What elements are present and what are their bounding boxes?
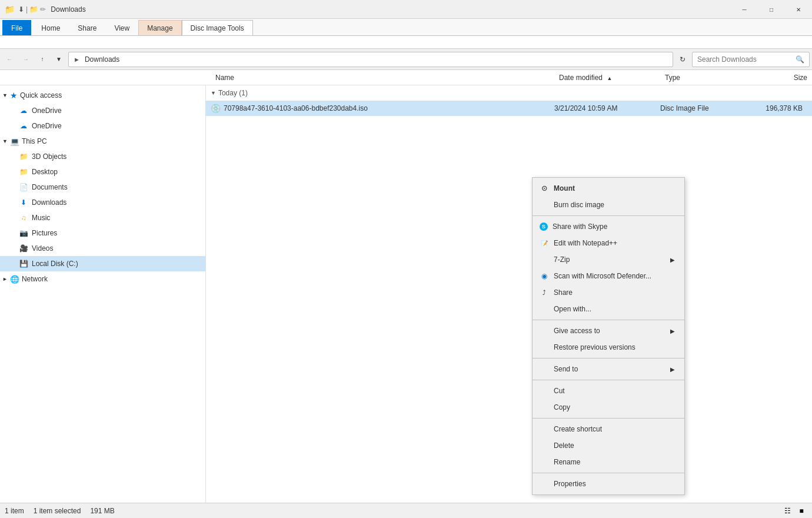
- col-header-type[interactable]: Type: [665, 74, 753, 82]
- sidebar-item-downloads[interactable]: ⬇ Downloads: [0, 195, 205, 210]
- tab-manage[interactable]: Manage: [138, 20, 181, 35]
- ctx-label-scan: Scan with Microsoft Defender...: [554, 272, 675, 280]
- chevron-down-icon-thispc: ▼: [2, 138, 8, 144]
- tab-file[interactable]: File: [2, 20, 31, 35]
- ctx-item-open-with[interactable]: Open with...: [533, 301, 684, 317]
- search-icon: 🔍: [796, 55, 804, 64]
- ctx-item-scan[interactable]: ◉ Scan with Microsoft Defender...: [533, 268, 684, 284]
- sidebar-label-music: Music: [32, 214, 201, 222]
- sidebar-label-pictures: Pictures: [32, 229, 201, 237]
- rename-icon: [540, 457, 549, 467]
- up-button[interactable]: ↑: [35, 52, 49, 67]
- ribbon-tab-bar: File Home Share View Manage Disc Image T…: [0, 19, 812, 35]
- sidebar-item-desktop[interactable]: 📁 Desktop: [0, 164, 205, 180]
- pictures-icon: 📷: [19, 228, 28, 238]
- ctx-item-send-to[interactable]: Send to ▶: [533, 361, 684, 377]
- ctx-sep-2: [533, 320, 684, 320]
- sidebar-item-onedrive1[interactable]: ☁ OneDrive: [0, 103, 205, 118]
- refresh-button[interactable]: ↻: [675, 52, 690, 67]
- ctx-label-restore: Restore previous versions: [554, 343, 675, 351]
- search-input[interactable]: [697, 55, 792, 64]
- ctx-item-delete[interactable]: Delete: [533, 437, 684, 454]
- sidebar-label-3d-objects: 3D Objects: [32, 152, 201, 161]
- file-date-iso: 3/21/2024 10:59 AM: [554, 104, 660, 112]
- sidebar-label-onedrive1: OneDrive: [32, 107, 201, 115]
- sidebar-item-local-disk[interactable]: 💾 Local Disk (C:): [0, 256, 205, 271]
- ctx-item-burn[interactable]: Burn disc image: [533, 197, 684, 213]
- disc-image-icon: 💿: [211, 104, 220, 113]
- minimize-button[interactable]: ─: [731, 0, 758, 19]
- mount-icon: ⊙: [540, 184, 549, 193]
- ctx-arrow-send-to: ▶: [670, 366, 675, 373]
- restore-icon: [540, 343, 549, 352]
- tab-home[interactable]: Home: [32, 20, 69, 35]
- file-row-iso[interactable]: 💿 70798a47-3610-4103-aa06-bdbef230dab4.i…: [206, 101, 812, 116]
- music-icon: ♫: [19, 213, 28, 223]
- window-controls: ─ □ ✕: [731, 0, 812, 19]
- ctx-label-cut: Cut: [554, 387, 675, 395]
- chevron-down-today: ▼: [211, 90, 216, 96]
- ctx-item-create-shortcut[interactable]: Create shortcut: [533, 421, 684, 437]
- notepad-icon: 📝: [540, 238, 549, 248]
- col-header-name[interactable]: Name: [211, 74, 559, 82]
- details-view-button[interactable]: ☷: [781, 505, 793, 517]
- search-box[interactable]: 🔍: [692, 52, 810, 67]
- ctx-sep-6: [533, 473, 684, 473]
- recent-locations-button[interactable]: ▼: [52, 52, 66, 67]
- ctx-label-delete: Delete: [554, 441, 675, 450]
- file-name-iso: 70798a47-3610-4103-aa06-bdbef230dab4.iso: [224, 104, 554, 112]
- sidebar-item-videos[interactable]: 🎥 Videos: [0, 241, 205, 256]
- address-path-text: ►: [74, 56, 80, 63]
- col-header-size[interactable]: Size: [753, 74, 812, 82]
- sidebar-section-quick-access[interactable]: ▼ ★ Quick access: [0, 88, 205, 103]
- status-selected: 1 item selected: [34, 507, 81, 515]
- sidebar-item-pictures[interactable]: 📷 Pictures: [0, 225, 205, 241]
- sidebar-item-music[interactable]: ♫ Music: [0, 210, 205, 225]
- col-header-date[interactable]: Date modified ▲: [559, 74, 665, 82]
- section-header-today[interactable]: ▼ Today (1): [206, 85, 812, 101]
- ctx-item-restore[interactable]: Restore previous versions: [533, 339, 684, 356]
- sidebar-label-network: Network: [22, 275, 48, 283]
- give-access-icon: [540, 326, 549, 336]
- sidebar-item-onedrive2[interactable]: ☁ OneDrive: [0, 118, 205, 134]
- tab-share[interactable]: Share: [69, 20, 105, 35]
- sidebar-label-quick-access: Quick access: [20, 91, 62, 99]
- file-type-iso: Disc Image File: [660, 104, 748, 112]
- sidebar-item-3d-objects[interactable]: 📁 3D Objects: [0, 149, 205, 164]
- folder-3d-icon: 📁: [19, 152, 28, 161]
- ctx-label-properties: Properties: [554, 480, 675, 488]
- ctx-item-mount[interactable]: ⊙ Mount: [533, 180, 684, 197]
- sidebar-item-documents[interactable]: 📄 Documents: [0, 180, 205, 195]
- ctx-label-create-shortcut: Create shortcut: [554, 425, 675, 433]
- section-today: ▼ Today (1) 💿 70798a47-3610-4103-aa06-bd…: [206, 85, 812, 116]
- burn-icon: [540, 200, 549, 210]
- cloud-icon: ☁: [19, 106, 28, 115]
- address-path[interactable]: ► Downloads: [68, 52, 673, 67]
- shortcut-icon: [540, 424, 549, 434]
- ctx-item-share[interactable]: ⤴ Share: [533, 284, 684, 301]
- sidebar-section-network[interactable]: ► 🌐 Network: [0, 271, 205, 287]
- sidebar-label-local-disk: Local Disk (C:): [32, 260, 201, 268]
- sidebar-section-this-pc[interactable]: ▼ 💻 This PC: [0, 134, 205, 149]
- tab-disc-image-tools[interactable]: Disc Image Tools: [182, 20, 253, 35]
- ctx-item-share-skype[interactable]: S Share with Skype: [533, 218, 684, 235]
- ctx-item-7zip[interactable]: 7-Zip ▶: [533, 251, 684, 268]
- ctx-label-rename: Rename: [554, 458, 675, 466]
- tab-view[interactable]: View: [105, 20, 138, 35]
- ctx-item-give-access[interactable]: Give access to ▶: [533, 323, 684, 339]
- back-button[interactable]: ←: [2, 52, 16, 67]
- maximize-button[interactable]: □: [758, 0, 785, 19]
- forward-button[interactable]: →: [19, 52, 33, 67]
- ctx-item-cut[interactable]: Cut: [533, 383, 684, 399]
- ctx-item-properties[interactable]: Properties: [533, 476, 684, 492]
- ribbon: File Home Share View Manage Disc Image T…: [0, 19, 812, 49]
- app-icon: 📁: [5, 5, 15, 14]
- section-title-today: Today (1): [218, 89, 248, 97]
- large-icons-button[interactable]: ■: [796, 505, 807, 517]
- sidebar-label-documents: Documents: [32, 183, 201, 191]
- close-button[interactable]: ✕: [785, 0, 812, 19]
- ctx-item-notepad[interactable]: 📝 Edit with Notepad++: [533, 235, 684, 251]
- main-layout: ▼ ★ Quick access ☁ OneDrive ☁ OneDrive ▼…: [0, 85, 812, 503]
- ctx-item-rename[interactable]: Rename: [533, 454, 684, 470]
- ctx-item-copy[interactable]: Copy: [533, 399, 684, 416]
